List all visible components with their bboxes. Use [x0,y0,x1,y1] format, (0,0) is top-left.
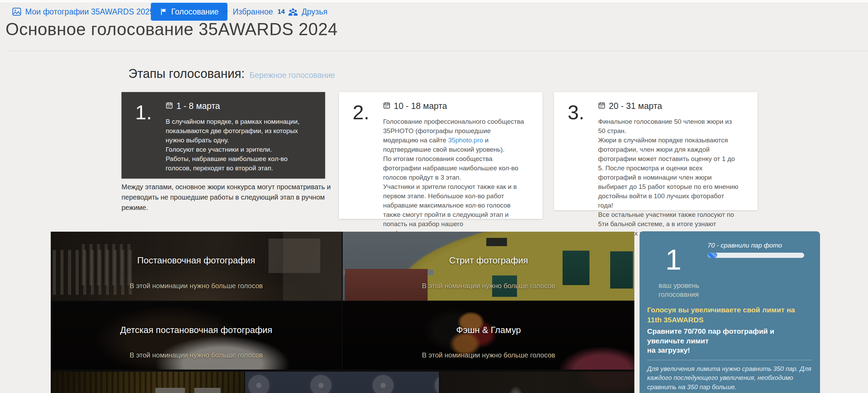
stage-2-dates: 10 - 18 марта [383,101,531,111]
category-title: Стрит фотография [343,255,634,266]
category-subtitle: В этой номинации нужно больше голосов [51,351,342,359]
stage-3-number: 3. [554,101,598,201]
stage-1-dates-text: 1 - 8 марта [176,101,220,111]
calendar-icon [383,101,390,111]
stage-2-number: 2. [339,101,383,210]
stage-1-description: В случайном порядке, в рамках номинации,… [166,117,307,173]
top-strip [0,0,868,2]
category-tile-partial-3[interactable] [440,372,634,393]
tab-favorites-count: 14 [277,8,285,16]
tab-voting-label: Голосование [171,7,218,17]
category-tile-partial-1[interactable] [51,372,244,393]
title-divider [6,51,868,51]
category-tile-staged[interactable]: Постановочная фотография В этой номинаци… [51,232,342,301]
calendar-icon [166,101,173,111]
category-title: Постановочная фотография [51,255,342,266]
voting-page: Мои фотографии 35AWARDS 2025 28 Голосова… [0,0,868,393]
page-title: Основное голосование 35AWARDS 2024 [6,19,338,39]
voting-level-number: 1 [653,245,694,274]
calendar-icon [598,101,605,111]
flag-icon [160,8,167,16]
stage-3-dates: 20 - 31 марта [598,101,746,111]
voting-level-panel: 70 - сравнили пар фото 1 ваш уровень гол… [640,231,820,393]
stages-heading-text: Этапы голосования: [128,67,245,81]
category-tile-fashion[interactable]: Фэшн & Гламур В этой номинации нужно бол… [343,302,634,370]
category-tile-street[interactable]: Стрит фотография В этой номинации нужно … [343,232,634,301]
stage-card-2: 2. 10 - 18 марта Голосование профессиона… [339,92,543,219]
category-subtitle: В этой номинации нужно больше голосов [343,282,634,290]
sidebar-divider [647,360,812,360]
stage-3-description: Финальное голосование 50 членов жюри из … [598,117,740,248]
limit-heading: Голосуя вы увеличиваете свой лимит на 11… [647,305,812,325]
stages-note: Между этапами, основное жюри конкурса мо… [121,182,334,213]
limit-note: Для увеличения лимита нужно сравнить 350… [647,364,812,392]
tab-voting[interactable]: Голосование [151,3,227,21]
35photo-pro-link[interactable]: 35photo.pro [448,137,483,144]
image-icon [12,8,21,16]
stage-2-dates-text: 10 - 18 марта [394,101,447,111]
category-title: Фэшн & Гламур [343,325,634,335]
tab-favorites-label: Избранное [233,7,273,17]
users-icon [288,8,298,16]
category-subtitle: В этой номинации нужно больше голосов [343,351,634,359]
categories-grid: Постановочная фотография В этой номинаци… [51,232,634,393]
stage-3-dates-text: 20 - 31 марта [609,101,662,111]
tab-my-photos[interactable]: Мои фотографии 35AWARDS 2025 28 [12,3,166,21]
stage-1-number: 1. [121,101,166,170]
compare-heading: Сравните 70/700 пар фотографий и увеличь… [647,326,812,355]
progress-label: 70 - сравнили пар фото [708,242,782,249]
star-icon: ★ [221,7,229,16]
tab-my-photos-label: Мои фотографии 35AWARDS 2025 [25,7,154,17]
stage-2-text-part2: и подтвердившие свой высокий уровень). П… [383,137,518,237]
stage-card-3: 3. 20 - 31 марта Финальное голосование 5… [554,92,758,210]
stages-heading: Этапы голосования:Бережное голосование [128,67,335,81]
category-subtitle: В этой номинации нужно больше голосов [51,282,342,290]
progress-fill [708,253,717,258]
tab-friends-label: Друзья [302,7,328,17]
tab-friends[interactable]: Друзья [288,3,328,21]
voting-level-caption: ваш уровень голосования [659,281,721,299]
category-title: Детская постановочная фотография [51,325,342,335]
category-tile-children-staged[interactable]: Детская постановочная фотография В этой … [51,302,342,370]
stage-1-dates: 1 - 8 марта [166,101,313,111]
progress-bar [708,253,804,258]
stage-card-1: 1. 1 - 8 марта В случайном порядке, в ра… [121,92,325,179]
category-tile-partial-2[interactable] [245,372,439,393]
tab-favorites[interactable]: ★ Избранное 14 [221,3,285,21]
stage-2-description: Голосование профессионального сообщества… [383,117,525,238]
careful-voting-link[interactable]: Бережное голосование [250,71,335,80]
